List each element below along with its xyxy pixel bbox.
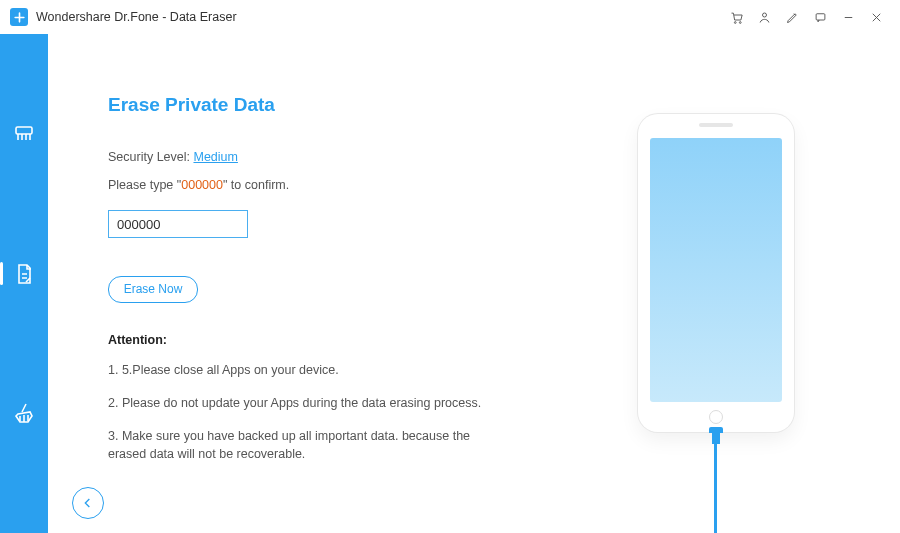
page-title: Erase Private Data <box>108 94 520 116</box>
svg-point-1 <box>739 21 741 23</box>
back-button[interactable] <box>72 487 104 519</box>
svg-rect-3 <box>816 13 825 19</box>
svg-point-0 <box>734 21 736 23</box>
app-window: Wondershare Dr.Fone - Data Eraser <box>0 0 900 533</box>
feedback-icon[interactable] <box>806 3 834 31</box>
usb-cable <box>714 442 717 533</box>
svg-point-2 <box>762 13 766 17</box>
main-panel: Erase Private Data Security Level: Mediu… <box>48 34 520 533</box>
window-title: Wondershare Dr.Fone - Data Eraser <box>36 10 237 24</box>
attention-heading: Attention: <box>108 333 520 347</box>
security-level-label: Security Level: <box>108 150 193 164</box>
sidebar <box>0 34 48 533</box>
phone-outline <box>638 114 794 432</box>
content-area: Erase Private Data Security Level: Mediu… <box>48 34 900 533</box>
attention-item: 1. 5.Please close all Apps on your devic… <box>108 361 488 380</box>
close-button[interactable] <box>862 3 890 31</box>
sidebar-document-icon[interactable] <box>0 254 48 294</box>
minimize-button[interactable] <box>834 3 862 31</box>
confirm-input[interactable] <box>108 210 248 238</box>
confirm-code: 000000 <box>181 178 223 192</box>
sidebar-shredder-icon[interactable] <box>0 114 48 154</box>
confirm-instruction: Please type "000000" to confirm. <box>108 178 520 192</box>
app-logo-icon <box>10 8 28 26</box>
svg-rect-7 <box>16 127 32 134</box>
security-level-link[interactable]: Medium <box>193 150 237 164</box>
phone-home-button <box>709 410 723 424</box>
security-level-line: Security Level: Medium <box>108 150 520 164</box>
edit-icon[interactable] <box>778 3 806 31</box>
device-illustration <box>520 34 900 533</box>
erase-now-button[interactable]: Erase Now <box>108 276 198 303</box>
sidebar-broom-icon[interactable] <box>0 393 48 433</box>
titlebar: Wondershare Dr.Fone - Data Eraser <box>0 0 900 34</box>
cart-icon[interactable] <box>722 3 750 31</box>
attention-item: 2. Please do not update your Apps during… <box>108 394 488 413</box>
attention-item: 3. Make sure you have backed up all impo… <box>108 427 488 465</box>
account-icon[interactable] <box>750 3 778 31</box>
phone-screen <box>650 138 782 402</box>
attention-list: 1. 5.Please close all Apps on your devic… <box>108 361 520 464</box>
